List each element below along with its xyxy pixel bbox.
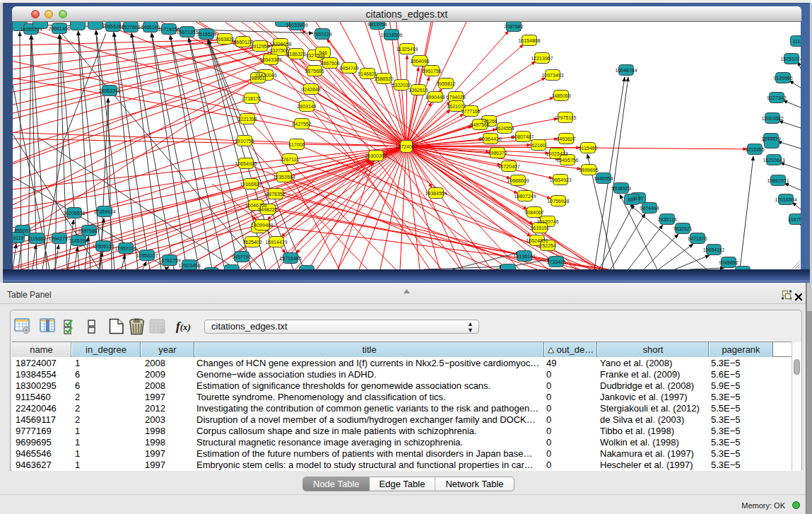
svg-text:14099489: 14099489 — [251, 223, 273, 228]
svg-text:1145194: 1145194 — [69, 238, 88, 243]
svg-text:5938923: 5938923 — [611, 186, 630, 191]
svg-text:19166827: 19166827 — [240, 182, 261, 187]
svg-text:39119: 39119 — [13, 235, 24, 240]
svg-text:17957225: 17957225 — [114, 246, 136, 251]
svg-text:7485063: 7485063 — [551, 93, 570, 98]
svg-text:1527602: 1527602 — [121, 25, 140, 30]
svg-text:1615152: 1615152 — [530, 226, 549, 230]
svg-text:5322037: 5322037 — [392, 83, 411, 88]
svg-text:62160: 62160 — [531, 143, 546, 148]
svg-text:11325419: 11325419 — [396, 47, 418, 52]
svg-text:14055724: 14055724 — [20, 27, 42, 32]
svg-text:6497568: 6497568 — [470, 122, 489, 127]
svg-text:2935114: 2935114 — [658, 217, 677, 222]
svg-text:10958107: 10958107 — [136, 253, 158, 258]
svg-text:19654923: 19654923 — [549, 177, 571, 182]
svg-text:12353594: 12353594 — [273, 175, 295, 180]
svg-text:546: 546 — [319, 50, 327, 55]
svg-text:15751074: 15751074 — [780, 57, 801, 62]
svg-text:3875685: 3875685 — [305, 69, 324, 74]
svg-text:12093582: 12093582 — [761, 116, 783, 121]
svg-text:8912954: 8912954 — [250, 44, 269, 49]
svg-text:8454749: 8454749 — [339, 66, 358, 71]
svg-text:15495756: 15495756 — [556, 158, 578, 163]
svg-text:9457791: 9457791 — [232, 255, 251, 259]
svg-text:1733426: 1733426 — [546, 259, 565, 264]
svg-text:7625402: 7625402 — [242, 240, 261, 245]
svg-text:9146821: 9146821 — [358, 71, 377, 76]
svg-text:9242848: 9242848 — [301, 87, 320, 92]
svg-text:10807487: 10807487 — [512, 134, 534, 139]
svg-text:8990448: 8990448 — [425, 95, 445, 100]
svg-text:1221338: 1221338 — [237, 117, 257, 122]
svg-text:7357224: 7357224 — [312, 32, 331, 37]
svg-text:16210643: 16210643 — [763, 158, 784, 163]
svg-text:8471676: 8471676 — [688, 236, 707, 241]
svg-text:3215955: 3215955 — [745, 147, 764, 152]
svg-text:12942757: 12942757 — [48, 236, 70, 241]
svg-text:3624554: 3624554 — [495, 126, 514, 131]
svg-text:8427552: 8427552 — [292, 122, 311, 127]
svg-text:13226058: 13226058 — [269, 42, 291, 47]
svg-text:2718176: 2718176 — [242, 96, 261, 101]
svg-text:16914479: 16914479 — [265, 240, 287, 245]
svg-text:20206576: 20206576 — [63, 211, 85, 216]
svg-text:12505135: 12505135 — [92, 244, 114, 249]
svg-text:15692971: 15692971 — [767, 178, 789, 183]
svg-text:10688609: 10688609 — [507, 178, 529, 183]
svg-text:3267110: 3267110 — [281, 157, 300, 162]
svg-text:7986372: 7986372 — [488, 151, 507, 156]
svg-text:7632621: 7632621 — [673, 226, 692, 231]
svg-text:1910756: 1910756 — [235, 139, 254, 144]
svg-text:2867608: 2867608 — [320, 61, 339, 66]
svg-text:10025433: 10025433 — [546, 151, 567, 156]
svg-text:16671355: 16671355 — [176, 30, 198, 35]
svg-text:25300203: 25300203 — [365, 153, 387, 158]
svg-text:855061: 855061 — [14, 228, 30, 233]
svg-text:1588520: 1588520 — [374, 76, 393, 81]
svg-text:16033809: 16033809 — [286, 23, 307, 28]
svg-text:98961: 98961 — [251, 76, 265, 81]
svg-text:20691406: 20691406 — [48, 26, 70, 31]
svg-text:16782759: 16782759 — [158, 258, 180, 263]
svg-text:7663822: 7663822 — [215, 37, 234, 42]
svg-text:9227342: 9227342 — [767, 95, 786, 100]
svg-text:18724007: 18724007 — [395, 144, 417, 149]
svg-text:687: 687 — [628, 197, 636, 202]
svg-text:1115682: 1115682 — [28, 236, 46, 241]
svg-text:8186323: 8186323 — [286, 52, 305, 57]
svg-text:14136141: 14136141 — [513, 254, 535, 259]
svg-text:17016504: 17016504 — [775, 197, 796, 202]
svg-text:10654112: 10654112 — [703, 247, 725, 252]
svg-text:9777169: 9777169 — [461, 109, 480, 114]
svg-text:117006: 117006 — [289, 142, 305, 147]
svg-text:1244419: 1244419 — [761, 136, 780, 141]
svg-text:1664098: 1664098 — [410, 59, 429, 64]
svg-text:16543382: 16543382 — [259, 57, 281, 62]
svg-text:20364436: 20364436 — [479, 136, 501, 141]
svg-text:10654925: 10654925 — [235, 161, 257, 166]
svg-text:10973493: 10973493 — [541, 73, 563, 78]
svg-text:15720407: 15720407 — [498, 164, 519, 169]
svg-text:10120746: 10120746 — [536, 219, 558, 224]
svg-text:9474444: 9474444 — [640, 206, 659, 211]
svg-text:12923468: 12923468 — [178, 263, 200, 268]
svg-text:19384554: 19384554 — [425, 191, 447, 196]
svg-text:1621072: 1621072 — [447, 104, 466, 109]
svg-text:1112: 1112 — [793, 39, 801, 44]
svg-text:9115460: 9115460 — [579, 146, 598, 151]
svg-text:12213967: 12213967 — [531, 56, 553, 61]
svg-text:9129966: 9129966 — [773, 76, 792, 81]
svg-text:9899695: 9899695 — [579, 168, 598, 173]
svg-text:6794028: 6794028 — [446, 95, 465, 100]
svg-text:6961758: 6961758 — [422, 69, 441, 74]
svg-text:9245652: 9245652 — [719, 260, 738, 265]
svg-text:7515524: 7515524 — [196, 32, 216, 37]
svg-text:8878352: 8878352 — [266, 192, 285, 197]
svg-text:8813054: 8813054 — [367, 22, 387, 27]
svg-text:2087682: 2087682 — [504, 24, 523, 29]
svg-text:19218506: 19218506 — [380, 33, 402, 37]
svg-text:29053346: 29053346 — [98, 88, 120, 93]
svg-text:16524851: 16524851 — [526, 238, 548, 243]
svg-text:1362615: 1362615 — [408, 88, 428, 93]
